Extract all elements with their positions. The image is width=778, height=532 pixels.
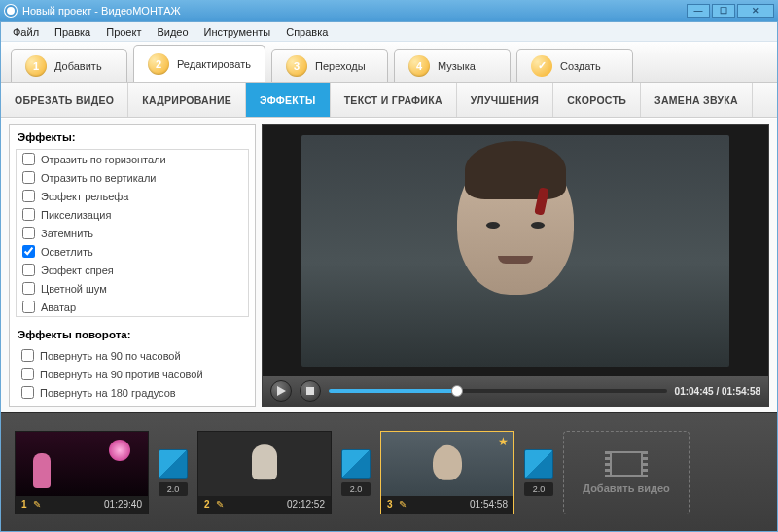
video-preview[interactable]: [263, 125, 768, 376]
effect-label: Осветлить: [41, 246, 93, 258]
timeline[interactable]: 1✎01:29:402.02✎02:12:522.0★3✎01:54:582.0…: [1, 412, 777, 531]
effect-checkbox[interactable]: [22, 171, 35, 184]
step-num-icon: 4: [408, 55, 430, 77]
menu-tools[interactable]: Инструменты: [196, 24, 279, 40]
rotate-label: Повернуть на 180 градусов: [40, 387, 176, 399]
effect-checkbox[interactable]: [22, 208, 35, 221]
menubar: Файл Правка Проект Видео Инструменты Спр…: [1, 22, 777, 42]
effect-checkbox[interactable]: [22, 245, 35, 258]
clip-index: 2: [204, 499, 210, 510]
subtab-enhance[interactable]: УЛУЧШЕНИЯ: [457, 83, 553, 117]
step-label: Переходы: [315, 60, 366, 72]
rotate-item[interactable]: Повернуть на 90 по часовой: [10, 346, 255, 365]
step-num-icon: 1: [25, 55, 47, 77]
minimize-button[interactable]: —: [687, 4, 710, 18]
transition-duration[interactable]: 2.0: [341, 482, 371, 496]
clip-thumbnail[interactable]: [16, 432, 148, 496]
timeline-clip[interactable]: 1✎01:29:40: [15, 431, 149, 514]
transition-slot[interactable]: 2.0: [524, 449, 553, 496]
rotate-item[interactable]: Повернуть на 180 градусов: [10, 383, 255, 402]
play-button[interactable]: [270, 380, 292, 402]
subtab-effects[interactable]: ЭФФЕКТЫ: [246, 83, 331, 117]
step-music[interactable]: 4 Музыка: [394, 49, 511, 82]
menu-edit[interactable]: Правка: [47, 24, 98, 40]
seek-slider[interactable]: [329, 389, 667, 393]
close-button[interactable]: ✕: [737, 4, 774, 18]
effect-label: Эффект спрея: [41, 265, 114, 276]
step-label: Редактировать: [177, 58, 251, 70]
step-label: Добавить: [54, 60, 102, 72]
maximize-button[interactable]: ☐: [712, 4, 735, 18]
clip-thumbnail[interactable]: ★: [381, 432, 513, 496]
effect-label: Эффект рельефа: [41, 191, 128, 202]
clip-duration: 01:54:58: [470, 499, 508, 510]
effect-label: Затемнить: [41, 228, 93, 239]
effect-item[interactable]: Эффект спрея: [17, 261, 248, 279]
clip-thumbnail[interactable]: [198, 432, 331, 496]
add-video-label: Добавить видео: [583, 482, 670, 494]
transition-icon[interactable]: [341, 449, 371, 479]
rotate-header: Эффекты поворота:: [10, 323, 255, 346]
effect-checkbox[interactable]: [22, 153, 35, 165]
transition-icon[interactable]: [159, 449, 188, 479]
seek-thumb[interactable]: [451, 385, 463, 397]
menu-video[interactable]: Видео: [149, 24, 195, 40]
transition-icon[interactable]: [524, 449, 553, 479]
subtab-crop[interactable]: КАДРИРОВАНИЕ: [128, 83, 246, 117]
step-tabs: 1 Добавить 2 Редактировать 3 Переходы 4 …: [1, 42, 777, 83]
effect-item[interactable]: Цветной шум: [17, 279, 248, 298]
check-icon: ✓: [531, 55, 552, 77]
effect-label: Цветной шум: [41, 283, 107, 295]
pencil-icon[interactable]: ✎: [33, 499, 41, 510]
step-edit[interactable]: 2 Редактировать: [133, 45, 265, 82]
effect-item[interactable]: Аватар: [17, 298, 248, 316]
step-create[interactable]: ✓ Создать: [516, 49, 633, 82]
rotate-item[interactable]: Повернуть на 90 против часовой: [10, 365, 255, 383]
rotate-checkbox[interactable]: [21, 386, 34, 399]
menu-help[interactable]: Справка: [278, 24, 336, 40]
subtab-text[interactable]: ТЕКСТ И ГРАФИКА: [331, 83, 457, 117]
effect-checkbox[interactable]: [22, 190, 35, 202]
transition-duration[interactable]: 2.0: [524, 482, 553, 496]
effect-item[interactable]: Эффект рельефа: [17, 187, 248, 205]
effects-header: Эффекты:: [10, 125, 255, 149]
effect-label: Отразить по горизонтали: [41, 154, 166, 165]
subtab-speed[interactable]: СКОРОСТЬ: [553, 83, 641, 117]
titlebar[interactable]: Новый проект - ВидеоМОНТАЖ — ☐ ✕: [0, 0, 778, 21]
transition-slot[interactable]: 2.0: [341, 449, 371, 496]
subtab-audio[interactable]: ЗАМЕНА ЗВУКА: [641, 83, 753, 117]
step-transitions[interactable]: 3 Переходы: [271, 49, 388, 82]
film-icon: [610, 451, 643, 477]
add-video-button[interactable]: Добавить видео: [563, 431, 690, 514]
pencil-icon[interactable]: ✎: [399, 499, 407, 510]
stop-button[interactable]: [300, 380, 321, 402]
rotate-list: Повернуть на 90 по часовойПовернуть на 9…: [10, 346, 255, 402]
rotate-label: Повернуть на 90 по часовой: [40, 350, 181, 362]
effect-checkbox[interactable]: [22, 264, 35, 276]
clip-index: 3: [387, 499, 393, 510]
effects-list[interactable]: Отразить по горизонталиОтразить по верти…: [16, 149, 249, 317]
transition-slot[interactable]: 2.0: [159, 449, 188, 496]
rotate-checkbox[interactable]: [21, 349, 34, 362]
pencil-icon[interactable]: ✎: [216, 499, 224, 510]
step-add[interactable]: 1 Добавить: [11, 49, 127, 82]
effect-item[interactable]: Осветлить: [17, 242, 248, 261]
effect-item[interactable]: Отразить по вертикали: [17, 168, 248, 187]
menu-file[interactable]: Файл: [5, 24, 47, 40]
effect-item[interactable]: Отразить по горизонтали: [17, 150, 248, 168]
menu-project[interactable]: Проект: [98, 24, 149, 40]
effect-item[interactable]: Затемнить: [17, 224, 248, 242]
step-label: Музыка: [438, 60, 476, 72]
rotate-checkbox[interactable]: [21, 368, 34, 380]
transition-duration[interactable]: 2.0: [159, 482, 188, 496]
timeline-clip[interactable]: 2✎02:12:52: [197, 431, 332, 514]
effect-checkbox[interactable]: [22, 301, 35, 313]
effect-checkbox[interactable]: [22, 227, 35, 239]
effect-item[interactable]: Пикселизация: [17, 205, 248, 224]
timeline-clip[interactable]: ★3✎01:54:58: [380, 431, 514, 514]
subtab-trim[interactable]: ОБРЕЗАТЬ ВИДЕО: [1, 83, 128, 117]
effects-sidebar: Эффекты: Отразить по горизонталиОтразить…: [9, 124, 256, 407]
app-icon: [4, 4, 18, 18]
subtabs: ОБРЕЗАТЬ ВИДЕО КАДРИРОВАНИЕ ЭФФЕКТЫ ТЕКС…: [1, 83, 777, 118]
effect-checkbox[interactable]: [22, 282, 35, 295]
